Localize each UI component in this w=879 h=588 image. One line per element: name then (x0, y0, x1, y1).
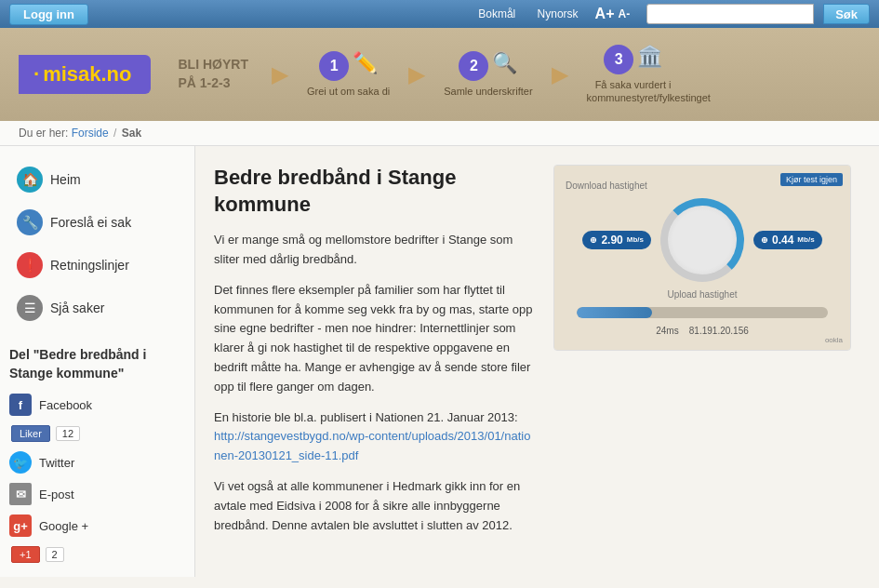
twitter-label: Twitter (39, 456, 74, 470)
speed-bar (577, 307, 828, 318)
google-plus-label: Google + (39, 519, 88, 533)
nav-item-retningslinjer[interactable]: ❗ Retningslinjer (9, 246, 185, 285)
facebook-like-bar: Liker 12 (11, 425, 185, 442)
gauge-container (660, 198, 744, 282)
arrow-icon-3: ▶ (552, 61, 568, 87)
step-1: 1 ✏️ Grei ut om saka di (293, 51, 404, 98)
gplus-count: 2 (46, 547, 64, 562)
step-3: 3 🏛️ Få saka vurdert i kommunestyret/fyl… (573, 45, 694, 105)
breadcrumb-sep: / (113, 127, 120, 140)
lang-bokmal[interactable]: Bokmål (478, 7, 515, 20)
content-grid: Bedre bredbånd i Stange kommune Vi er ma… (214, 165, 860, 546)
hero-banner: ·misak.no BLI HØYRTPÅ 1-2-3 ▶ 1 ✏️ Grei … (0, 28, 879, 121)
step-3-label: Få saka vurdert i kommunestyret/fylkesti… (587, 78, 680, 105)
facebook-icon: f (9, 394, 32, 416)
nav-item-sjaa[interactable]: ☰ Sjå saker (9, 288, 185, 327)
nav-label-retningslinjer: Retningslinjer (50, 258, 129, 273)
font-increase-button[interactable]: A+ (595, 6, 615, 22)
list-icon: ☰ (17, 295, 43, 321)
article-para-3: En historie ble bl.a. publisert i Nation… (214, 408, 535, 466)
twitter-icon: 🐦 (9, 451, 32, 474)
breadcrumb-current: Sak (122, 127, 141, 140)
gplus-button[interactable]: +1 (11, 546, 40, 563)
speed-gauge (660, 198, 744, 282)
speed-ping: 24ms 81.191.20.156 (656, 326, 749, 336)
breadcrumb: Du er her: Forside / Sak (0, 121, 879, 146)
like-button[interactable]: Liker (11, 425, 50, 442)
upload-label: Upload hastighet (667, 289, 737, 300)
site-logo: ·misak.no (19, 55, 151, 94)
article-link[interactable]: http://stangevestbygd.no/wp-content/uplo… (214, 429, 530, 462)
speed-rerun-label[interactable]: Kjør test igjen (780, 173, 843, 186)
bli-hoyrt-text: BLI HØYRTPÅ 1-2-3 (179, 56, 248, 92)
main-content: Bedre bredbånd i Stange kommune Vi er ma… (195, 146, 879, 577)
step-2: 2 🔍 Samle underskrifter (430, 51, 546, 98)
nav-label-sjaa: Sjå saker (50, 301, 104, 315)
article-text: Bedre bredbånd i Stange kommune Vi er ma… (214, 165, 535, 546)
top-bar: Logg inn Bokmål Nynorsk A+ A- Søk (0, 0, 879, 28)
step-1-circle: 1 (319, 51, 349, 81)
breadcrumb-home[interactable]: Forside (72, 127, 109, 140)
google-plus-bar: +1 2 (11, 546, 185, 563)
email-label: E-post (39, 488, 74, 501)
email-icon: ✉ (9, 483, 32, 505)
upload-speed: ⊕ 0.44 Mb/s (753, 231, 822, 249)
search-input[interactable] (646, 4, 814, 24)
step-2-label: Samle underskrifter (444, 85, 532, 98)
speed-test-image: Kjør test igjen Download hastighet ⊕ 2.9… (553, 165, 860, 546)
sidebar: 🏠 Heim 🔧 Foreslå ei sak ❗ Retningslinjer… (0, 146, 195, 577)
lang-separator (525, 7, 527, 20)
download-label: Download hastighet (554, 180, 647, 191)
download-speed: ⊕ 2.90 Mb/s (582, 231, 651, 249)
share-twitter[interactable]: 🐦 Twitter (9, 451, 185, 474)
share-email[interactable]: ✉ E-post (9, 483, 185, 505)
share-section: Del "Bedre bredbånd i Stange kommune" f … (9, 346, 185, 563)
logo-dot: · (33, 62, 39, 86)
steps-container: 1 ✏️ Grei ut om saka di ▶ 2 🔍 Samle unde… (293, 45, 860, 105)
share-title: Del "Bedre bredbånd i Stange kommune" (9, 346, 185, 382)
lang-nynorsk[interactable]: Nynorsk (538, 7, 579, 20)
speed-meters: ⊕ 2.90 Mb/s ⊕ 0.44 Mb/s (582, 198, 821, 282)
step-3-circle: 3 (604, 45, 633, 74)
article-para-1: Vi er mange små og mellomstore bedrifter… (214, 231, 535, 270)
guidelines-icon: ❗ (17, 252, 43, 278)
propose-icon: 🔧 (17, 209, 43, 235)
step-3-icon: 🏛️ (637, 45, 662, 69)
step-1-label: Grei ut om saka di (307, 85, 390, 98)
breadcrumb-prefix: Du er her: (19, 127, 68, 140)
arrow-icon: ▶ (272, 61, 288, 87)
nav-label-heim: Heim (50, 172, 81, 187)
login-button[interactable]: Logg inn (9, 4, 88, 25)
home-icon: 🏠 (17, 167, 43, 193)
like-count: 12 (56, 426, 80, 441)
step-2-icon: 🔍 (492, 51, 517, 75)
font-size-controls: A+ A- (595, 6, 631, 22)
google-plus-icon: g+ (9, 514, 32, 537)
article-para-4: Vi vet også at alle kommunener i Hedmark… (214, 477, 535, 535)
speed-inner: Kjør test igjen Download hastighet ⊕ 2.9… (554, 166, 850, 350)
speed-footer: ookla (825, 336, 843, 344)
speed-test-widget: Kjør test igjen Download hastighet ⊕ 2.9… (553, 165, 851, 351)
share-google[interactable]: g+ Google + (9, 514, 185, 537)
main-layout: 🏠 Heim 🔧 Foreslå ei sak ❗ Retningslinjer… (0, 146, 879, 577)
step-1-icon: ✏️ (353, 51, 378, 75)
arrow-icon-2: ▶ (408, 61, 425, 87)
share-facebook[interactable]: f Facebook (9, 394, 185, 416)
article-title: Bedre bredbånd i Stange kommune (214, 165, 535, 218)
step-2-circle: 2 (459, 51, 488, 81)
nav-item-foreslaa[interactable]: 🔧 Foreslå ei sak (9, 203, 185, 242)
article-para-2: Det finnes flere eksempler på familier s… (214, 281, 535, 397)
search-button[interactable]: Søk (823, 4, 870, 24)
speed-bar-fill (577, 307, 652, 318)
nav-label-foreslaa: Foreslå ei sak (50, 215, 131, 230)
nav-item-heim[interactable]: 🏠 Heim (9, 160, 185, 199)
font-decrease-button[interactable]: A- (618, 7, 630, 20)
facebook-label: Facebook (39, 398, 92, 412)
